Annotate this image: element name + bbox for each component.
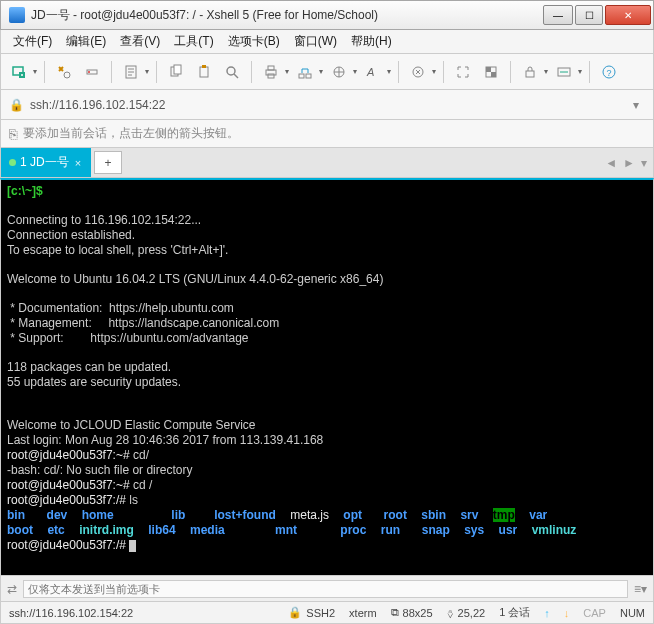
separator (398, 61, 399, 83)
minimize-button[interactable]: — (543, 5, 573, 25)
ls-dir: proc (340, 523, 366, 537)
dropdown-icon[interactable]: ▾ (285, 67, 289, 76)
tab-bar: 1 JD一号 × + ◄ ► ▾ (0, 148, 654, 178)
keymap-button[interactable] (552, 60, 576, 84)
separator (44, 61, 45, 83)
svg-text:A: A (366, 66, 374, 78)
ls-dir: root (384, 508, 407, 522)
term-line: To escape to local shell, press 'Ctrl+Al… (7, 243, 228, 257)
tab-active[interactable]: 1 JD一号 × (1, 148, 91, 177)
ls-dir: opt (343, 508, 362, 522)
send-input[interactable] (23, 580, 628, 598)
disconnect-button[interactable] (80, 60, 104, 84)
tab-scroll-controls: ◄ ► ▾ (605, 148, 653, 177)
term-line: Welcome to Ubuntu 16.04.2 LTS (GNU/Linux… (7, 272, 383, 286)
upload-icon: ↑ (544, 607, 550, 619)
dropdown-icon[interactable]: ▾ (432, 67, 436, 76)
ls-dir: run (381, 523, 400, 537)
separator (156, 61, 157, 83)
dropdown-icon[interactable]: ▾ (33, 67, 37, 76)
term-line: -bash: cd/: No such file or directory (7, 463, 192, 477)
tab-label: 1 JD一号 (20, 154, 69, 171)
term-line: Last login: Mon Aug 28 10:46:36 2017 fro… (7, 433, 323, 447)
svg-rect-14 (299, 74, 304, 78)
shell-prompt: root@jdu4e00u53f7:~# (7, 448, 133, 462)
download-icon: ↓ (564, 607, 570, 619)
terminal[interactable]: [c:\~]$ Connecting to 116.196.102.154:22… (0, 178, 654, 576)
ls-link: initrd.img (79, 523, 134, 537)
info-bar: ⎘ 要添加当前会话，点击左侧的箭头按钮。 (0, 120, 654, 148)
tab-close-icon[interactable]: × (73, 157, 83, 169)
close-button[interactable]: ✕ (605, 5, 651, 25)
shell-prompt: root@jdu4e00u53f7:~# (7, 478, 133, 492)
properties-button[interactable] (119, 60, 143, 84)
color-scheme-button[interactable] (327, 60, 351, 84)
dropdown-icon[interactable]: ▾ (145, 67, 149, 76)
new-tab-button[interactable]: + (94, 151, 122, 174)
info-text: 要添加当前会话，点击左侧的箭头按钮。 (23, 125, 239, 142)
ls-dir: usr (499, 523, 518, 537)
separator (251, 61, 252, 83)
term-line: Connecting to 116.196.102.154:22... (7, 213, 201, 227)
grid-icon: ⧉ (391, 606, 399, 619)
status-size: ⧉88x25 (391, 606, 433, 619)
lock-button[interactable] (518, 60, 542, 84)
menu-tabs[interactable]: 选项卡(B) (222, 31, 286, 52)
term-line: Welcome to JCLOUD Elastic Compute Servic… (7, 418, 256, 432)
status-dot-icon (9, 159, 16, 166)
help-button[interactable]: ? (597, 60, 621, 84)
ls-dir: etc (47, 523, 64, 537)
send-mode-icon[interactable]: ⇄ (7, 582, 17, 596)
status-cursor: ⎀25,22 (447, 607, 486, 619)
tab-prev-icon[interactable]: ◄ (605, 156, 617, 170)
ls-dir: dev (47, 508, 68, 522)
ls-dir: var (529, 508, 547, 522)
add-session-icon[interactable]: ⎘ (9, 126, 17, 142)
new-session-button[interactable] (7, 60, 31, 84)
dropdown-icon[interactable]: ▾ (353, 67, 357, 76)
menu-tools[interactable]: 工具(T) (168, 31, 219, 52)
font-button[interactable]: A (361, 60, 385, 84)
menu-window[interactable]: 窗口(W) (288, 31, 343, 52)
term-line: 118 packages can be updated. (7, 360, 171, 374)
find-button[interactable] (220, 60, 244, 84)
title-bar: JD一号 - root@jdu4e00u53f7: / - Xshell 5 (… (0, 0, 654, 30)
menu-view[interactable]: 查看(V) (114, 31, 166, 52)
print-button[interactable] (259, 60, 283, 84)
dropdown-icon[interactable]: ▾ (544, 67, 548, 76)
separator (443, 61, 444, 83)
svg-rect-21 (491, 72, 496, 77)
dropdown-icon[interactable]: ▾ (387, 67, 391, 76)
term-line: * Support: https://ubuntu.com/advantage (7, 331, 248, 345)
menu-edit[interactable]: 编辑(E) (60, 31, 112, 52)
copy-button[interactable] (164, 60, 188, 84)
ls-dir: lost+found (214, 508, 276, 522)
menu-file[interactable]: 文件(F) (7, 31, 58, 52)
menu-help[interactable]: 帮助(H) (345, 31, 398, 52)
send-bar: ⇄ ≡▾ (0, 576, 654, 602)
dropdown-icon[interactable]: ▾ (578, 67, 582, 76)
maximize-button[interactable]: ☐ (575, 5, 603, 25)
transparency-button[interactable] (479, 60, 503, 84)
shell-cmd: cd / (133, 478, 152, 492)
shell-prompt: root@jdu4e00u53f7:/# (7, 493, 129, 507)
paste-button[interactable] (192, 60, 216, 84)
ls-dir: snap (422, 523, 450, 537)
address-text[interactable]: ssh://116.196.102.154:22 (30, 98, 621, 112)
toolbar: ▾ ▾ ▾ ▾ ▾ A ▾ ▾ ▾ ▾ ? (0, 54, 654, 90)
svg-point-4 (88, 71, 90, 73)
ls-dir: srv (460, 508, 478, 522)
status-term: xterm (349, 607, 377, 619)
tab-next-icon[interactable]: ► (623, 156, 635, 170)
tab-list-icon[interactable]: ▾ (641, 156, 647, 170)
ls-dir: sbin (421, 508, 446, 522)
svg-point-10 (227, 67, 235, 75)
ls-link: vmlinuz (532, 523, 577, 537)
fullscreen-button[interactable] (451, 60, 475, 84)
dropdown-icon[interactable]: ▾ (319, 67, 323, 76)
script-button[interactable] (406, 60, 430, 84)
reconnect-button[interactable] (52, 60, 76, 84)
transfer-button[interactable] (293, 60, 317, 84)
history-dropdown-button[interactable]: ▾ (627, 98, 645, 112)
send-target-icon[interactable]: ≡▾ (634, 582, 647, 596)
